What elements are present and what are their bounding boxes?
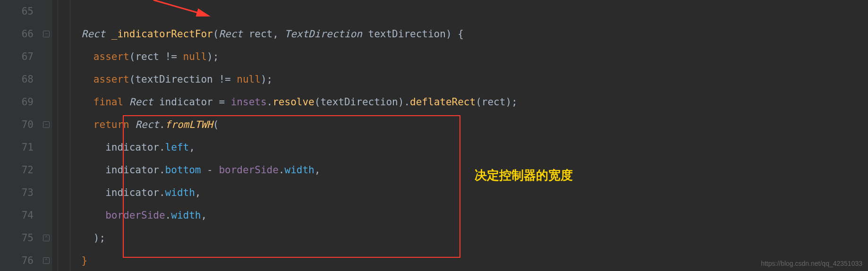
watermark-text: https://blog.csdn.net/qq_42351033 [761,260,862,267]
code-line[interactable]: indicator.left, [58,136,518,159]
fold-end-icon[interactable]: ⌃ [43,235,50,241]
fold-end-icon[interactable]: ⌃ [43,257,50,264]
code-lines: Rect _indicatorRectFor(Rect rect, TextDi… [52,0,518,271]
line-number: 72 [0,159,51,181]
fold-icon[interactable]: − [43,121,50,128]
code-line[interactable]: return Rect.fromLTWH( [58,113,518,136]
line-number: 74 [0,204,51,227]
code-line[interactable]: indicator.width, [58,181,518,204]
code-area[interactable]: Rect _indicatorRectFor(Rect rect, TextDi… [52,0,868,271]
code-line[interactable]: final Rect indicator = insets.resolve(te… [58,91,518,113]
line-number: 70− [0,113,51,136]
line-number: 65 [0,0,51,23]
fold-icon[interactable]: − [43,31,50,37]
code-editor: 65 66− 67 68 69 70− 71 72 73 74 75⌃ 76⌃ … [0,0,868,271]
code-line[interactable]: ); [58,227,518,249]
code-line[interactable]: borderSide.width, [58,204,518,227]
line-number: 67 [0,45,51,68]
code-line[interactable]: Rect _indicatorRectFor(Rect rect, TextDi… [58,23,518,45]
code-line[interactable] [58,0,518,23]
line-number: 75⌃ [0,227,51,249]
code-line[interactable]: } [58,249,518,271]
line-gutter: 65 66− 67 68 69 70− 71 72 73 74 75⌃ 76⌃ [0,0,52,271]
annotation-text: 决定控制器的宽度 [475,167,573,184]
line-number: 68 [0,68,51,91]
line-number: 66− [0,23,51,45]
code-line[interactable]: assert(textDirection != null); [58,68,518,91]
code-line[interactable]: indicator.bottom - borderSide.width, [58,159,518,181]
line-number: 76⌃ [0,249,51,271]
line-number: 71 [0,136,51,159]
code-line[interactable]: assert(rect != null); [58,45,518,68]
line-number: 73 [0,181,51,204]
line-number: 69 [0,91,51,113]
